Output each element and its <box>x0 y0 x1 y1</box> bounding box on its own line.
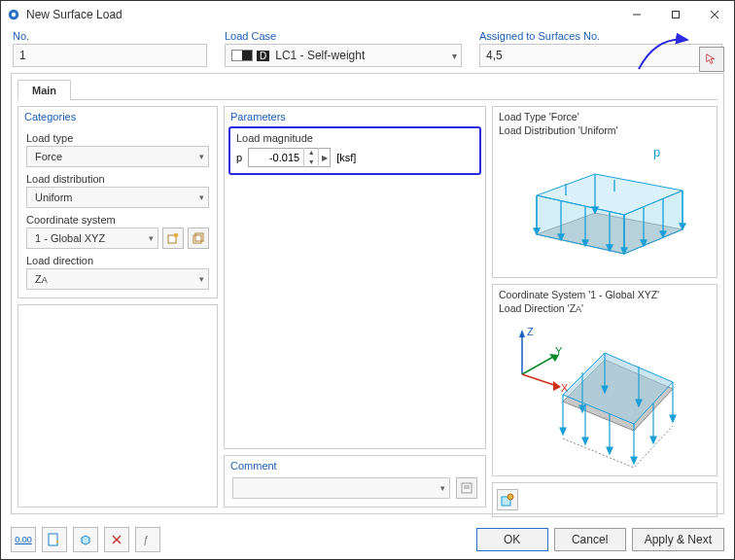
no-field[interactable]: 1 <box>13 44 207 67</box>
load-direction-value: ZA <box>35 273 48 285</box>
coord-library-button[interactable] <box>188 228 209 249</box>
load-type-label: Load type <box>26 132 209 144</box>
load-distribution-value: Uniform <box>35 192 73 203</box>
cursor-pick-icon <box>705 52 718 66</box>
preview-bottom-graphic: Z Y X <box>499 316 711 472</box>
tab-main[interactable]: Main <box>18 80 71 100</box>
tool-reset-button[interactable] <box>104 527 129 552</box>
reset-icon <box>110 533 123 546</box>
loadcase-color-icon <box>231 50 253 61</box>
new-item-icon <box>167 232 179 244</box>
svg-point-68 <box>508 494 513 500</box>
svg-point-7 <box>174 233 179 238</box>
maximize-button[interactable] <box>656 1 695 28</box>
apply-next-button[interactable]: Apply & Next <box>632 528 724 551</box>
chevron-down-icon: ▾ <box>199 274 204 284</box>
function-icon: ƒ <box>141 533 155 546</box>
ok-button[interactable]: OK <box>476 528 548 551</box>
svg-text:Y: Y <box>555 345 563 357</box>
library-icon <box>192 232 204 244</box>
comment-dropdown[interactable]: ▾ <box>232 477 450 499</box>
pick-surfaces-button[interactable] <box>699 47 724 72</box>
svg-marker-45 <box>553 381 561 391</box>
svg-text:Z: Z <box>527 326 534 337</box>
coord-system-value: 1 - Global XYZ <box>35 232 105 244</box>
no-label: No. <box>13 30 207 42</box>
chevron-down-icon: ▾ <box>452 51 457 61</box>
window-title: New Surface Load <box>26 8 122 21</box>
header-row: No. 1 Load Case D LC1 - Self-weight ▾ As… <box>1 28 734 73</box>
svg-marker-52 <box>582 438 588 444</box>
assigned-label: Assigned to Surfaces No. <box>479 30 722 42</box>
load-direction-dropdown[interactable]: ZA▾ <box>26 268 209 290</box>
spin-down-button[interactable]: ▼ <box>304 158 318 167</box>
chevron-down-icon: ▾ <box>149 233 154 243</box>
comment-edit-button[interactable] <box>456 477 477 499</box>
categories-panel: Categories Load type Force▾ Load distrib… <box>18 106 218 298</box>
titlebar: New Surface Load <box>1 1 734 28</box>
note-icon <box>461 482 472 494</box>
preview-loadtype-text: Load Type 'Force' <box>499 111 711 124</box>
chevron-down-icon: ▾ <box>199 152 204 161</box>
svg-text:ƒ: ƒ <box>143 535 149 545</box>
preview-settings-button[interactable] <box>497 489 518 510</box>
preview-direction-text: Load Direction 'ZA' <box>499 302 711 316</box>
footer: 0.00 ƒ OK Cancel Apply & Next <box>1 520 734 559</box>
coord-system-label: Coordinate system <box>26 214 209 226</box>
preview-coord-text: Coordinate System '1 - Global XYZ' <box>499 289 711 302</box>
svg-marker-71 <box>82 536 89 544</box>
cancel-button[interactable]: Cancel <box>554 528 626 551</box>
categories-title: Categories <box>18 107 217 124</box>
load-direction-label: Load direction <box>26 255 209 266</box>
loadcase-dropdown[interactable]: D LC1 - Self-weight ▾ <box>225 44 462 67</box>
load-distribution-dropdown[interactable]: Uniform▾ <box>26 187 209 208</box>
tool-favorites-button[interactable] <box>42 527 67 552</box>
preview-distribution-text: Load Distribution 'Uniform' <box>499 124 711 138</box>
svg-marker-58 <box>650 437 656 443</box>
list-star-icon <box>48 533 61 546</box>
chevron-down-icon: ▾ <box>440 483 445 493</box>
svg-rect-69 <box>49 534 57 545</box>
categories-extra-panel <box>18 304 218 508</box>
comment-title: Comment <box>225 456 485 473</box>
tool-view-button[interactable] <box>73 527 98 552</box>
svg-rect-3 <box>673 12 680 18</box>
load-distribution-label: Load distribution <box>26 173 209 185</box>
svg-text:p: p <box>653 145 660 159</box>
view-settings-icon <box>501 493 514 507</box>
parameters-highlight: Load magnitude p ▲ ▼ ▶ [ks <box>228 126 481 175</box>
loadcase-badge: D <box>257 51 269 61</box>
tool-script-button[interactable]: ƒ <box>135 527 160 552</box>
load-type-dropdown[interactable]: Force▾ <box>26 146 209 167</box>
assigned-field[interactable]: 4,5 <box>479 44 722 67</box>
comment-section: Comment ▾ <box>224 455 486 508</box>
load-type-value: Force <box>35 151 62 162</box>
svg-marker-48 <box>563 353 673 424</box>
parameters-title: Parameters <box>225 107 485 124</box>
svg-marker-66 <box>579 405 585 412</box>
step-right-button[interactable]: ▶ <box>318 148 330 167</box>
magnitude-spinner[interactable]: ▲ ▼ ▶ <box>248 148 331 167</box>
app-icon <box>7 8 20 21</box>
close-button[interactable] <box>695 1 734 28</box>
load-magnitude-label: Load magnitude <box>236 132 473 144</box>
magnitude-input[interactable] <box>249 152 303 163</box>
magnitude-unit: [ksf] <box>336 152 356 163</box>
minimize-button[interactable] <box>617 1 656 28</box>
preview-top: Load Type 'Force' Load Distribution 'Uni… <box>492 106 718 278</box>
spin-up-button[interactable]: ▲ <box>304 148 318 158</box>
preview-tools <box>492 482 718 517</box>
preview-top-graphic: p <box>499 137 711 273</box>
svg-marker-50 <box>560 428 566 435</box>
parameters-panel: Parameters Load magnitude p ▲ ▼ <box>224 106 486 449</box>
coord-system-dropdown[interactable]: 1 - Global XYZ▾ <box>26 228 158 249</box>
cube-icon <box>79 533 92 546</box>
tabstrip: Main <box>18 80 718 100</box>
svg-point-1 <box>12 13 16 17</box>
svg-line-44 <box>522 374 557 386</box>
svg-marker-54 <box>607 447 612 454</box>
coord-new-button[interactable] <box>162 228 184 249</box>
loadcase-label: Load Case <box>225 30 462 42</box>
tool-units-button[interactable]: 0.00 <box>11 527 36 552</box>
preview-bottom: Coordinate System '1 - Global XYZ' Load … <box>492 284 718 475</box>
